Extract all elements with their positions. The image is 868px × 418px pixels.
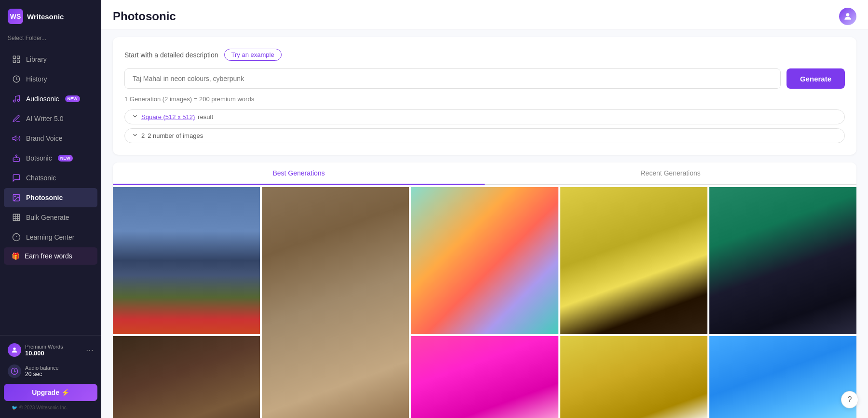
sidebar-item-bulk-generate[interactable]: Bulk Generate (4, 208, 97, 227)
svg-marker-7 (13, 136, 16, 141)
audio-section: Audio balance 20 sec (4, 363, 97, 382)
select-folder[interactable]: Select Folder... (0, 33, 101, 47)
svg-point-23 (13, 348, 15, 350)
premium-value: 10,000 (25, 350, 82, 357)
earn-free-words-label: Earn free words (25, 252, 72, 260)
audiosonic-icon (12, 94, 21, 104)
sidebar-nav: Library History Audiosonic new AI Writer… (0, 47, 101, 335)
premium-avatar (8, 343, 21, 357)
page-title: Photosonic (113, 10, 176, 23)
size-option-label: Square (512 x 512) (141, 113, 195, 121)
copyright: 🐦 © 2023 Writesonic Inc. (4, 401, 97, 414)
sidebar-bottom: Premium Words 10,000 ⋯ Audio balance 20 … (0, 335, 101, 418)
description-label: Start with a detailed description (124, 51, 218, 59)
content-area: Start with a detailed description Try an… (101, 29, 868, 418)
audio-label: Audio balance (25, 365, 94, 371)
tab-recent-generations[interactable]: Recent Generations (485, 162, 856, 185)
history-label: History (26, 75, 47, 83)
svg-rect-15 (13, 214, 20, 221)
gallery-item[interactable] (709, 187, 856, 334)
svg-point-5 (13, 100, 15, 102)
main-header: Photosonic (101, 0, 868, 29)
audiosonic-label: Audiosonic (26, 95, 59, 103)
sidebar-item-chatsonic[interactable]: Chatsonic (4, 168, 97, 188)
earn-free-words[interactable]: 🎁 Earn free words (4, 247, 97, 265)
help-button[interactable]: ? (841, 391, 858, 408)
audiosonic-badge: new (65, 95, 80, 102)
premium-more-icon[interactable]: ⋯ (86, 346, 94, 355)
sidebar: WS Writesonic Select Folder... Library H… (0, 0, 101, 418)
num-images-label: 2 number of images (148, 132, 203, 139)
premium-words-section: Premium Words 10,000 ⋯ (4, 339, 97, 361)
sidebar-item-botsonic[interactable]: Botsonic new (4, 148, 97, 168)
svg-rect-8 (13, 158, 20, 162)
chatsonic-icon (12, 173, 21, 183)
brand-voice-icon (12, 134, 21, 143)
library-label: Library (26, 55, 47, 63)
tabs-row: Best Generations Recent Generations (113, 162, 856, 185)
svg-rect-2 (13, 60, 15, 63)
svg-point-14 (14, 196, 15, 197)
gallery-item[interactable] (262, 187, 409, 418)
svg-rect-1 (17, 56, 20, 58)
premium-info: Premium Words 10,000 (25, 344, 82, 357)
learning-center-label: Learning Center (26, 233, 74, 241)
audio-avatar (8, 364, 21, 378)
num-images-dropdown[interactable]: 2 2 number of images (124, 128, 845, 143)
svg-point-6 (17, 99, 20, 102)
chevron-down-icon-2 (132, 132, 138, 140)
ai-writer-icon (12, 114, 21, 123)
ai-writer-label: AI Writer 5.0 (26, 115, 64, 122)
premium-label: Premium Words (25, 344, 82, 350)
photosonic-icon (12, 193, 21, 202)
twitter-icon[interactable]: 🐦 (12, 405, 17, 410)
gift-icon: 🎁 (12, 252, 20, 260)
botsonic-label: Botsonic (26, 154, 52, 162)
size-option-suffix: result (198, 113, 213, 121)
gallery-item[interactable] (113, 187, 260, 334)
tabs-gallery-wrapper: Best Generations Recent Generations (113, 162, 856, 418)
generate-button[interactable]: Generate (787, 68, 845, 89)
gallery-item[interactable] (560, 187, 707, 334)
bulk-generate-label: Bulk Generate (26, 214, 69, 221)
history-icon (12, 74, 21, 84)
sidebar-item-photosonic[interactable]: Photosonic (4, 188, 97, 207)
num-images-value: 2 (141, 132, 145, 139)
chevron-down-icon (132, 113, 138, 121)
gallery-item[interactable] (113, 336, 260, 418)
gallery-item[interactable] (411, 336, 558, 418)
generate-card: Start with a detailed description Try an… (113, 37, 856, 155)
sidebar-item-learning-center[interactable]: Learning Center (4, 228, 97, 247)
svg-rect-3 (17, 60, 20, 63)
prompt-input[interactable] (124, 68, 781, 89)
audio-info: Audio balance 20 sec (25, 365, 94, 378)
try-example-button[interactable]: Try an example (224, 49, 282, 61)
library-icon (12, 54, 21, 64)
botsonic-icon (12, 153, 21, 163)
gallery-item[interactable] (411, 187, 558, 334)
user-avatar[interactable] (839, 8, 856, 25)
sidebar-item-history[interactable]: History (4, 69, 97, 89)
bulk-generate-icon (12, 213, 21, 222)
photosonic-label: Photosonic (26, 194, 63, 202)
logo-icon: WS (8, 9, 23, 24)
gallery-item[interactable] (709, 336, 856, 418)
svg-point-25 (846, 13, 850, 16)
sidebar-item-audiosonic[interactable]: Audiosonic new (4, 89, 97, 108)
main-content: Photosonic Start with a detailed descrip… (101, 0, 868, 418)
upgrade-button[interactable]: Upgrade ⚡ (4, 384, 97, 401)
tab-best-generations[interactable]: Best Generations (113, 162, 485, 185)
sidebar-item-library[interactable]: Library (4, 50, 97, 69)
description-row: Start with a detailed description Try an… (124, 49, 845, 61)
generation-info: 1 Generation (2 images) = 200 premium wo… (124, 95, 845, 103)
gallery-item[interactable] (560, 336, 707, 418)
prompt-row: Generate (124, 68, 845, 89)
learning-center-icon (12, 232, 21, 242)
svg-point-9 (16, 155, 17, 156)
sidebar-item-ai-writer[interactable]: AI Writer 5.0 (4, 109, 97, 128)
brand-voice-label: Brand Voice (26, 135, 63, 142)
size-option-dropdown[interactable]: Square (512 x 512) result (124, 109, 845, 124)
sidebar-item-brand-voice[interactable]: Brand Voice (4, 129, 97, 148)
app-name: Writesonic (27, 13, 64, 21)
sidebar-logo[interactable]: WS Writesonic (0, 0, 101, 33)
